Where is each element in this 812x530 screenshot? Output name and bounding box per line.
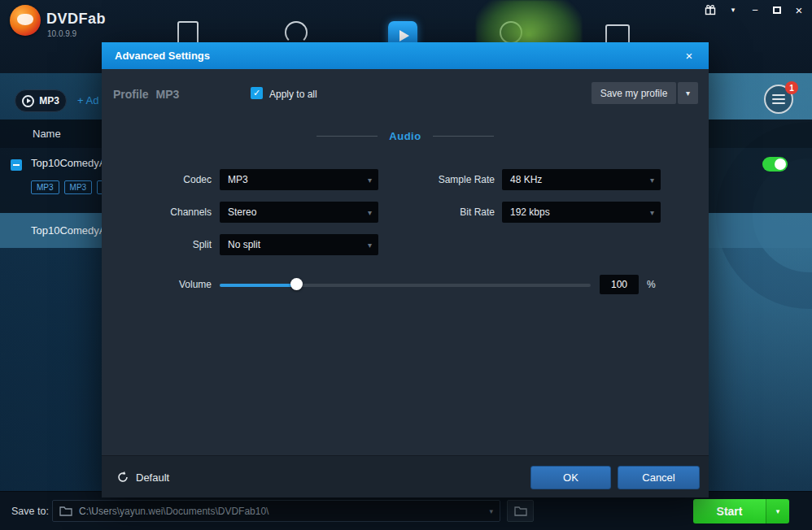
format-pill-label: MP3 bbox=[39, 95, 59, 106]
profile-label: Profile bbox=[113, 88, 149, 101]
audio-section-title: Audio bbox=[389, 130, 421, 142]
row-badges: MP3 MP3 1 bbox=[31, 180, 113, 194]
gift-icon[interactable] bbox=[705, 4, 716, 15]
format-badge: MP3 bbox=[31, 180, 59, 194]
volume-unit-label: % bbox=[647, 275, 656, 294]
indeterminate-mark bbox=[13, 164, 20, 166]
bit-rate-value: 192 kbps bbox=[502, 206, 550, 218]
audio-section-header: Audio bbox=[102, 130, 709, 142]
reset-icon bbox=[116, 471, 129, 484]
chevron-down-icon: ▾ bbox=[368, 208, 372, 217]
ok-button[interactable]: OK bbox=[530, 466, 611, 489]
save-path-text: C:\Users\yayun.wei\Documents\DVDFab10\ bbox=[79, 506, 489, 517]
minimize-button[interactable]: − bbox=[750, 4, 760, 16]
toggle-knob bbox=[775, 159, 786, 170]
codec-label: Codec bbox=[122, 169, 212, 190]
start-options-caret[interactable]: ▾ bbox=[766, 499, 789, 523]
notification-badge: 1 bbox=[785, 81, 798, 94]
save-profile-caret-button[interactable]: ▾ bbox=[678, 82, 698, 104]
play-circle-icon bbox=[22, 95, 34, 107]
app-window: DVDFab 10.0.9.9 ▾ − × Name Top10ComedyA … bbox=[0, 0, 812, 530]
save-path-dropdown[interactable]: C:\Users\yayun.wei\Documents\DVDFab10\ ▾ bbox=[52, 500, 500, 522]
browse-folder-button[interactable] bbox=[507, 500, 534, 522]
volume-label: Volume bbox=[122, 274, 212, 295]
dialog-close-button[interactable]: × bbox=[679, 42, 699, 69]
profile-value: MP3 bbox=[156, 88, 180, 101]
path-caret-icon: ▾ bbox=[489, 507, 493, 515]
row-checkbox[interactable] bbox=[11, 159, 22, 171]
split-select[interactable]: No split ▾ bbox=[220, 234, 378, 255]
default-label: Default bbox=[136, 471, 169, 484]
chevron-down-icon: ▾ bbox=[368, 176, 372, 185]
chevron-down-icon: ▾ bbox=[650, 208, 654, 217]
cancel-button[interactable]: Cancel bbox=[618, 466, 700, 489]
maximize-icon bbox=[773, 7, 781, 14]
row-enable-toggle[interactable] bbox=[762, 157, 788, 172]
save-my-profile-button[interactable]: Save my profile bbox=[592, 82, 676, 104]
dialog-footer: Default OK Cancel bbox=[102, 455, 709, 497]
sample-rate-value: 48 KHz bbox=[502, 174, 542, 185]
codec-select[interactable]: MP3 ▾ bbox=[220, 169, 378, 190]
folder-icon bbox=[59, 506, 72, 516]
brand-name: DVDFab bbox=[46, 11, 106, 28]
divider-line bbox=[433, 136, 494, 137]
dvdfab-logo bbox=[10, 5, 41, 36]
apply-to-all-label: Apply to all bbox=[269, 89, 317, 100]
dialog-title: Advanced Settings bbox=[115, 50, 210, 62]
window-controls: ▾ − × bbox=[705, 2, 804, 17]
save-to-label: Save to: bbox=[11, 492, 49, 530]
add-profile-button[interactable]: + Ad bbox=[77, 94, 98, 106]
restore-default-button[interactable]: Default bbox=[116, 456, 169, 498]
bit-rate-select[interactable]: 192 kbps ▾ bbox=[502, 202, 661, 223]
hamburger-icon bbox=[772, 94, 785, 96]
start-button[interactable]: Start bbox=[693, 499, 766, 523]
channels-value: Stereo bbox=[220, 206, 256, 218]
divider-line bbox=[317, 136, 378, 137]
menu-caret-icon[interactable]: ▾ bbox=[728, 6, 738, 14]
chevron-down-icon: ▾ bbox=[368, 241, 372, 250]
row-title: Top10ComedyA bbox=[31, 157, 107, 169]
dialog-titlebar: Advanced Settings × bbox=[102, 42, 709, 69]
volume-value-input[interactable] bbox=[600, 275, 639, 294]
chevron-down-icon: ▾ bbox=[650, 176, 654, 185]
bit-rate-label: Bit Rate bbox=[385, 202, 495, 223]
format-badge: MP3 bbox=[64, 180, 93, 194]
channels-label: Channels bbox=[122, 202, 212, 223]
volume-slider-thumb[interactable] bbox=[290, 278, 303, 290]
app-version: 10.0.9.9 bbox=[47, 29, 76, 38]
format-filter-pill[interactable]: MP3 bbox=[15, 89, 67, 112]
apply-to-all-checkbox[interactable]: ✓ bbox=[251, 87, 263, 99]
volume-slider-track[interactable] bbox=[220, 284, 591, 287]
split-value: No split bbox=[220, 239, 260, 250]
profile-label-group: Profile MP3 bbox=[113, 88, 179, 101]
close-window-button[interactable]: × bbox=[794, 3, 804, 17]
codec-value: MP3 bbox=[220, 174, 248, 185]
headphones-icon bbox=[285, 21, 308, 44]
maximize-button[interactable] bbox=[772, 7, 782, 14]
split-label: Split bbox=[122, 234, 212, 255]
advanced-settings-dialog: Advanced Settings × Profile MP3 ✓ Apply … bbox=[102, 42, 709, 497]
sample-rate-label: Sample Rate bbox=[385, 169, 495, 190]
channels-select[interactable]: Stereo ▾ bbox=[220, 202, 378, 223]
volume-slider-fill bbox=[220, 284, 299, 287]
folder-icon bbox=[514, 506, 527, 516]
sample-rate-select[interactable]: 48 KHz ▾ bbox=[502, 169, 661, 190]
